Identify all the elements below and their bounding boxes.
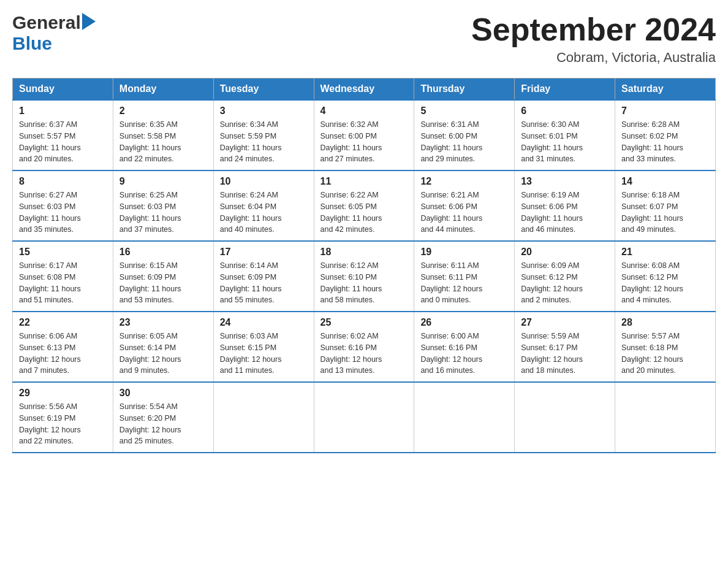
day-number: 13 — [521, 176, 609, 187]
calendar-cell: 9 Sunrise: 6:25 AM Sunset: 6:03 PM Dayli… — [113, 170, 213, 241]
calendar-cell: 19 Sunrise: 6:11 AM Sunset: 6:11 PM Dayl… — [414, 241, 515, 312]
calendar-cell: 5 Sunrise: 6:31 AM Sunset: 6:00 PM Dayli… — [414, 100, 515, 170]
calendar-cell: 2 Sunrise: 6:35 AM Sunset: 5:58 PM Dayli… — [113, 100, 213, 170]
day-info: Sunrise: 6:28 AM Sunset: 6:02 PM Dayligh… — [621, 119, 709, 165]
calendar-cell: 16 Sunrise: 6:15 AM Sunset: 6:09 PM Dayl… — [113, 241, 213, 312]
day-info: Sunrise: 6:09 AM Sunset: 6:12 PM Dayligh… — [521, 260, 609, 306]
col-header-monday: Monday — [113, 79, 213, 101]
day-number: 30 — [119, 388, 207, 399]
day-number: 7 — [621, 105, 709, 117]
day-info: Sunrise: 6:11 AM Sunset: 6:11 PM Dayligh… — [420, 260, 508, 306]
day-info: Sunrise: 5:59 AM Sunset: 6:17 PM Dayligh… — [521, 331, 609, 377]
calendar-cell: 3 Sunrise: 6:34 AM Sunset: 5:59 PM Dayli… — [213, 100, 314, 170]
day-number: 17 — [220, 247, 308, 258]
title-section: September 2024 Cobram, Victoria, Austral… — [471, 12, 716, 66]
day-number: 10 — [220, 176, 308, 187]
calendar-cell: 1 Sunrise: 6:37 AM Sunset: 5:57 PM Dayli… — [13, 100, 113, 170]
day-info: Sunrise: 6:12 AM Sunset: 6:10 PM Dayligh… — [320, 260, 408, 306]
logo-general-text: General — [12, 12, 81, 33]
day-info: Sunrise: 6:02 AM Sunset: 6:16 PM Dayligh… — [320, 331, 408, 377]
day-number: 2 — [119, 105, 207, 117]
day-info: Sunrise: 6:18 AM Sunset: 6:07 PM Dayligh… — [621, 190, 709, 236]
calendar-cell — [615, 382, 716, 453]
day-info: Sunrise: 6:25 AM Sunset: 6:03 PM Dayligh… — [119, 190, 207, 236]
main-title: September 2024 — [471, 12, 716, 47]
day-info: Sunrise: 6:19 AM Sunset: 6:06 PM Dayligh… — [521, 190, 609, 236]
calendar-header-row: SundayMondayTuesdayWednesdayThursdayFrid… — [13, 79, 716, 101]
col-header-friday: Friday — [515, 79, 615, 101]
day-number: 22 — [19, 317, 107, 328]
day-info: Sunrise: 6:03 AM Sunset: 6:15 PM Dayligh… — [220, 331, 308, 377]
day-number: 12 — [420, 176, 508, 187]
calendar-cell: 21 Sunrise: 6:08 AM Sunset: 6:12 PM Dayl… — [615, 241, 716, 312]
col-header-thursday: Thursday — [414, 79, 515, 101]
day-number: 18 — [320, 247, 408, 258]
day-number: 11 — [320, 176, 408, 187]
calendar-week-row: 22 Sunrise: 6:06 AM Sunset: 6:13 PM Dayl… — [13, 312, 716, 382]
day-number: 5 — [420, 105, 508, 117]
day-number: 9 — [119, 176, 207, 187]
day-info: Sunrise: 6:30 AM Sunset: 6:01 PM Dayligh… — [521, 119, 609, 165]
logo: General Blue — [12, 12, 96, 54]
logo-chevron-icon — [82, 13, 96, 33]
day-info: Sunrise: 6:05 AM Sunset: 6:14 PM Dayligh… — [119, 331, 207, 377]
day-number: 26 — [420, 317, 508, 328]
calendar-cell — [314, 382, 414, 453]
col-header-sunday: Sunday — [13, 79, 113, 101]
calendar-cell: 28 Sunrise: 5:57 AM Sunset: 6:18 PM Dayl… — [615, 312, 716, 382]
calendar-cell — [515, 382, 615, 453]
day-number: 23 — [119, 317, 207, 328]
logo-blue-text: Blue — [12, 33, 52, 53]
day-info: Sunrise: 5:57 AM Sunset: 6:18 PM Dayligh… — [621, 331, 709, 377]
calendar-cell: 25 Sunrise: 6:02 AM Sunset: 6:16 PM Dayl… — [314, 312, 414, 382]
calendar-cell: 27 Sunrise: 5:59 AM Sunset: 6:17 PM Dayl… — [515, 312, 615, 382]
col-header-wednesday: Wednesday — [314, 79, 414, 101]
day-info: Sunrise: 6:35 AM Sunset: 5:58 PM Dayligh… — [119, 119, 207, 165]
calendar-cell — [414, 382, 515, 453]
calendar-cell: 4 Sunrise: 6:32 AM Sunset: 6:00 PM Dayli… — [314, 100, 414, 170]
day-info: Sunrise: 6:21 AM Sunset: 6:06 PM Dayligh… — [420, 190, 508, 236]
calendar-cell: 29 Sunrise: 5:56 AM Sunset: 6:19 PM Dayl… — [13, 382, 113, 453]
calendar-cell: 30 Sunrise: 5:54 AM Sunset: 6:20 PM Dayl… — [113, 382, 213, 453]
day-number: 15 — [19, 247, 107, 258]
calendar-week-row: 15 Sunrise: 6:17 AM Sunset: 6:08 PM Dayl… — [13, 241, 716, 312]
day-number: 14 — [621, 176, 709, 187]
col-header-tuesday: Tuesday — [213, 79, 314, 101]
day-number: 8 — [19, 176, 107, 187]
calendar-cell: 23 Sunrise: 6:05 AM Sunset: 6:14 PM Dayl… — [113, 312, 213, 382]
day-number: 4 — [320, 105, 408, 117]
day-info: Sunrise: 5:56 AM Sunset: 6:19 PM Dayligh… — [19, 401, 107, 447]
day-number: 25 — [320, 317, 408, 328]
calendar-cell — [213, 382, 314, 453]
calendar-cell: 11 Sunrise: 6:22 AM Sunset: 6:05 PM Dayl… — [314, 170, 414, 241]
day-info: Sunrise: 6:37 AM Sunset: 5:57 PM Dayligh… — [19, 119, 107, 165]
calendar-cell: 7 Sunrise: 6:28 AM Sunset: 6:02 PM Dayli… — [615, 100, 716, 170]
col-header-saturday: Saturday — [615, 79, 716, 101]
day-info: Sunrise: 6:31 AM Sunset: 6:00 PM Dayligh… — [420, 119, 508, 165]
day-info: Sunrise: 6:22 AM Sunset: 6:05 PM Dayligh… — [320, 190, 408, 236]
calendar-cell: 17 Sunrise: 6:14 AM Sunset: 6:09 PM Dayl… — [213, 241, 314, 312]
page-header: General Blue September 2024 Cobram, Vict… — [12, 12, 716, 66]
calendar-cell: 13 Sunrise: 6:19 AM Sunset: 6:06 PM Dayl… — [515, 170, 615, 241]
calendar-cell: 10 Sunrise: 6:24 AM Sunset: 6:04 PM Dayl… — [213, 170, 314, 241]
calendar-cell: 18 Sunrise: 6:12 AM Sunset: 6:10 PM Dayl… — [314, 241, 414, 312]
day-info: Sunrise: 6:32 AM Sunset: 6:00 PM Dayligh… — [320, 119, 408, 165]
day-info: Sunrise: 6:15 AM Sunset: 6:09 PM Dayligh… — [119, 260, 207, 306]
subtitle: Cobram, Victoria, Australia — [471, 50, 716, 66]
calendar-cell: 15 Sunrise: 6:17 AM Sunset: 6:08 PM Dayl… — [13, 241, 113, 312]
logo-row: General — [12, 12, 96, 33]
day-info: Sunrise: 6:06 AM Sunset: 6:13 PM Dayligh… — [19, 331, 107, 377]
day-number: 21 — [621, 247, 709, 258]
day-number: 1 — [19, 105, 107, 117]
day-number: 28 — [621, 317, 709, 328]
calendar-cell: 8 Sunrise: 6:27 AM Sunset: 6:03 PM Dayli… — [13, 170, 113, 241]
calendar-cell: 12 Sunrise: 6:21 AM Sunset: 6:06 PM Dayl… — [414, 170, 515, 241]
day-info: Sunrise: 6:34 AM Sunset: 5:59 PM Dayligh… — [220, 119, 308, 165]
day-info: Sunrise: 5:54 AM Sunset: 6:20 PM Dayligh… — [119, 401, 207, 447]
day-info: Sunrise: 6:14 AM Sunset: 6:09 PM Dayligh… — [220, 260, 308, 306]
calendar-cell: 24 Sunrise: 6:03 AM Sunset: 6:15 PM Dayl… — [213, 312, 314, 382]
calendar-week-row: 8 Sunrise: 6:27 AM Sunset: 6:03 PM Dayli… — [13, 170, 716, 241]
day-info: Sunrise: 6:08 AM Sunset: 6:12 PM Dayligh… — [621, 260, 709, 306]
day-info: Sunrise: 6:27 AM Sunset: 6:03 PM Dayligh… — [19, 190, 107, 236]
calendar-cell: 20 Sunrise: 6:09 AM Sunset: 6:12 PM Dayl… — [515, 241, 615, 312]
